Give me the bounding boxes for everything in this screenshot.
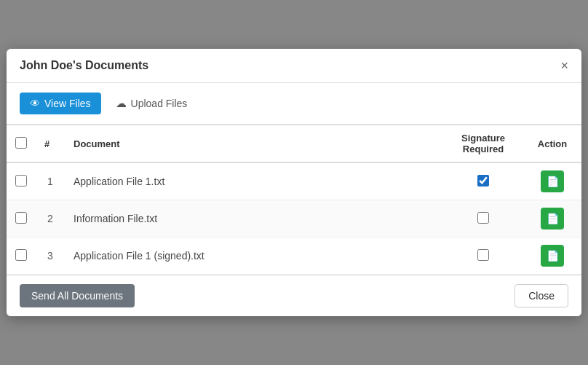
close-button[interactable]: Close: [514, 284, 568, 307]
signature-required-checkbox[interactable]: [477, 212, 489, 224]
row-select-checkbox[interactable]: [15, 175, 27, 187]
signature-required-checkbox[interactable]: [477, 249, 489, 261]
row-document-name: Application File 1 (signed).txt: [65, 238, 443, 275]
file-download-icon: 📄: [547, 213, 559, 224]
row-action-cell: 📄: [523, 162, 581, 200]
row-action-cell: 📄: [523, 200, 581, 238]
table-header-row: # Document Signature Required Action: [7, 125, 581, 163]
row-checkbox-cell: [7, 162, 36, 200]
download-action-button[interactable]: 📄: [541, 208, 564, 229]
eye-icon: 👁: [30, 98, 40, 109]
view-files-button[interactable]: 👁 View Files: [20, 93, 101, 114]
upload-files-label: Upload Files: [131, 98, 188, 109]
download-action-button[interactable]: 📄: [541, 170, 564, 192]
file-download-icon: 📄: [547, 176, 559, 187]
modal-footer: Send All Documents Close: [7, 275, 581, 316]
view-files-label: View Files: [44, 98, 91, 109]
cloud-upload-icon: ☁: [116, 97, 127, 110]
documents-table: # Document Signature Required Action 1 A…: [7, 125, 581, 275]
signature-required-checkbox[interactable]: [477, 175, 489, 187]
modal-title: John Doe's Documents: [20, 59, 148, 72]
file-download-icon: 📄: [547, 250, 559, 262]
download-action-button[interactable]: 📄: [541, 245, 564, 267]
documents-table-wrap: # Document Signature Required Action 1 A…: [7, 125, 581, 275]
header-action: Action: [523, 125, 581, 163]
header-check: [7, 125, 36, 163]
send-all-documents-button[interactable]: Send All Documents: [20, 284, 135, 307]
row-action-cell: 📄: [523, 238, 581, 275]
row-select-checkbox[interactable]: [15, 212, 27, 224]
row-document-name: Application File 1.txt: [65, 162, 443, 200]
row-checkbox-cell: [7, 200, 36, 238]
header-number: #: [36, 125, 65, 163]
row-number: 3: [36, 238, 65, 275]
row-number: 1: [36, 162, 65, 200]
row-signature-required: [443, 162, 523, 200]
select-all-checkbox[interactable]: [15, 137, 27, 149]
row-signature-required: [443, 238, 523, 275]
row-checkbox-cell: [7, 238, 36, 275]
row-document-name: Information File.txt: [65, 200, 443, 238]
table-row: 1 Application File 1.txt 📄: [7, 162, 581, 200]
table-row: 3 Application File 1 (signed).txt 📄: [7, 238, 581, 275]
modal-header: John Doe's Documents ×: [7, 49, 581, 83]
close-x-button[interactable]: ×: [560, 59, 568, 72]
row-signature-required: [443, 200, 523, 238]
table-row: 2 Information File.txt 📄: [7, 200, 581, 238]
modal-dialog: John Doe's Documents × 👁 View Files ☁ Up…: [7, 49, 581, 316]
header-signature-required: Signature Required: [443, 125, 523, 163]
upload-files-button[interactable]: ☁ Upload Files: [108, 92, 195, 115]
row-number: 2: [36, 200, 65, 238]
modal-overlay: John Doe's Documents × 👁 View Files ☁ Up…: [0, 0, 588, 365]
row-select-checkbox[interactable]: [15, 249, 27, 261]
toolbar: 👁 View Files ☁ Upload Files: [7, 83, 581, 125]
header-document: Document: [65, 125, 443, 163]
